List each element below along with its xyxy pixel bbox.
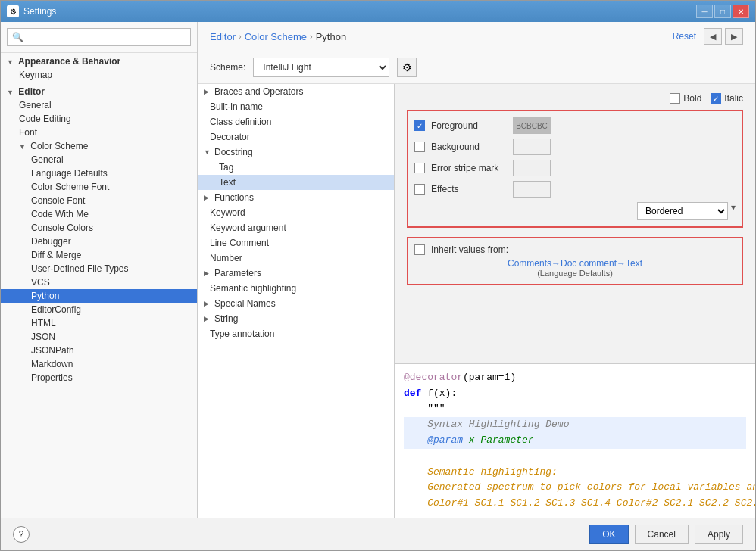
sidebar-item-language-defaults[interactable]: Language Defaults <box>1 167 197 180</box>
sidebar-item-cs-general[interactable]: General <box>1 153 197 167</box>
apply-button[interactable]: Apply <box>695 525 743 544</box>
minimize-button[interactable]: ─ <box>696 5 713 18</box>
sidebar-item-vcs[interactable]: VCS <box>1 276 197 289</box>
bold-label: Bold <box>683 93 701 104</box>
token-number[interactable]: Number <box>198 251 394 266</box>
sidebar-item-console-colors[interactable]: Console Colors <box>1 221 197 235</box>
preview-area: @decorator(param=1) def f(x): """ Syntax… <box>395 363 755 518</box>
close-button[interactable]: ✕ <box>733 5 749 18</box>
sidebar-item-code-with-me[interactable]: Code With Me <box>1 207 197 221</box>
sidebar-item-debugger[interactable]: Debugger <box>1 235 197 248</box>
scheme-gear-button[interactable]: ⚙ <box>397 58 417 77</box>
props-and-preview: Bold ✓ Italic ✓ Foreg <box>395 84 755 518</box>
sidebar-item-user-defined[interactable]: User-Defined File Types <box>1 262 197 276</box>
error-stripe-label: Error stripe mark <box>431 163 507 173</box>
token-group-parameters[interactable]: ▶ Parameters <box>198 266 394 281</box>
token-line-comment[interactable]: Line Comment <box>198 235 394 251</box>
sidebar-item-font[interactable]: Font <box>1 126 197 139</box>
breadcrumb-sep2: › <box>310 32 313 41</box>
sidebar-item-color-scheme[interactable]: ▼ Color Scheme <box>1 139 197 153</box>
foreground-label: Foreground <box>431 120 507 131</box>
breadcrumb: Editor › Color Scheme › Python Reset ◀ ▶ <box>198 22 755 51</box>
footer: ? OK Cancel Apply <box>1 518 755 550</box>
maximize-button[interactable]: □ <box>714 5 731 18</box>
token-class-def[interactable]: Class definition <box>198 114 394 129</box>
effects-label: Effects <box>431 184 507 195</box>
expand-icon: ▶ <box>204 194 213 201</box>
sidebar-item-html[interactable]: HTML <box>1 316 197 330</box>
error-stripe-row: Error stripe mark <box>414 160 736 176</box>
breadcrumb-color-scheme[interactable]: Color Scheme <box>245 31 307 42</box>
token-tag[interactable]: Tag <box>198 160 394 175</box>
sidebar-item-editorconfig[interactable]: EditorConfig <box>1 303 197 316</box>
background-color-swatch[interactable] <box>513 139 551 155</box>
scheme-select[interactable]: IntelliJ Light Darcula High contrast Cla… <box>253 58 389 77</box>
back-button[interactable]: ◀ <box>704 28 722 45</box>
effects-checkbox[interactable] <box>414 184 425 195</box>
code-annotation: @param <box>404 434 463 446</box>
token-group-docstring[interactable]: ▼ Docstring <box>198 145 394 160</box>
token-group-special-names[interactable]: ▶ Special Names <box>198 296 394 311</box>
breadcrumb-sep1: › <box>239 32 242 41</box>
reset-button[interactable]: Reset <box>668 30 701 43</box>
token-group-string[interactable]: ▶ String <box>198 311 394 326</box>
code-line-7: Semantic highlighting: <box>404 465 746 481</box>
error-stripe-checkbox[interactable] <box>414 163 425 173</box>
italic-option: ✓ Italic <box>711 93 743 104</box>
token-builtin[interactable]: Built-in name <box>198 99 394 114</box>
sidebar-item-appearance[interactable]: ▼ Appearance & Behavior <box>1 54 197 68</box>
italic-checkbox[interactable]: ✓ <box>711 93 721 104</box>
effects-color-swatch[interactable] <box>513 181 551 198</box>
token-group-braces[interactable]: ▶ Braces and Operators <box>198 84 394 99</box>
sidebar-item-color-scheme-font[interactable]: Color Scheme Font <box>1 180 197 194</box>
code-line-5: @param x Parameter <box>404 433 746 449</box>
token-keyword[interactable]: Keyword <box>198 205 394 220</box>
breadcrumb-editor[interactable]: Editor <box>210 31 236 42</box>
bold-option: Bold <box>670 93 701 104</box>
sidebar-item-code-editing[interactable]: Code Editing <box>1 112 197 126</box>
token-keyword-arg[interactable]: Keyword argument <box>198 220 394 235</box>
sidebar-item-general[interactable]: General <box>1 98 197 112</box>
code-line-8: Generated spectrum to pick colors for lo… <box>404 480 746 496</box>
code-line-3: """ <box>404 401 746 417</box>
cancel-button[interactable]: Cancel <box>635 525 689 544</box>
sidebar-item-editor[interactable]: ▼ Editor <box>1 85 197 98</box>
background-row: Background <box>414 139 736 155</box>
bold-checkbox[interactable] <box>670 93 680 104</box>
token-text[interactable]: Text <box>198 175 394 190</box>
help-button[interactable]: ? <box>13 526 30 543</box>
scheme-row: Scheme: IntelliJ Light Darcula High cont… <box>198 51 755 84</box>
forward-button[interactable]: ▶ <box>725 28 743 45</box>
token-decorator[interactable]: Decorator <box>198 129 394 145</box>
sidebar-item-jsonpath[interactable]: JSONPath <box>1 344 197 357</box>
ok-button[interactable]: OK <box>589 525 628 544</box>
title-bar: ⚙ Settings ─ □ ✕ <box>1 1 755 22</box>
error-stripe-color-swatch[interactable] <box>513 160 551 176</box>
token-type-annotation[interactable]: Type annotation <box>198 326 394 341</box>
sidebar-item-console-font[interactable]: Console Font <box>1 194 197 207</box>
inherit-checkbox[interactable] <box>414 244 425 255</box>
main-content: ▼ Appearance & Behavior Keymap ▼ Editor … <box>1 22 755 518</box>
expand-icon: ▶ <box>204 300 213 307</box>
background-checkbox[interactable] <box>414 142 425 152</box>
effects-type-select[interactable]: Bordered Underline Wave underline Strike… <box>637 202 728 220</box>
search-input[interactable] <box>7 28 191 46</box>
token-group-functions[interactable]: ▶ Functions <box>198 190 394 205</box>
sidebar-item-keymap[interactable]: Keymap <box>1 68 197 82</box>
sidebar-item-properties[interactable]: Properties <box>1 371 197 384</box>
sidebar-item-diff-merge[interactable]: Diff & Merge <box>1 248 197 262</box>
code-decorator: @decorator <box>404 372 463 383</box>
sidebar-item-markdown[interactable]: Markdown <box>1 357 197 371</box>
effects-row: Effects <box>414 181 736 198</box>
expand-icon: ▶ <box>204 269 213 277</box>
sidebar-item-json[interactable]: JSON <box>1 330 197 344</box>
inherit-row: Inherit values from: <box>414 244 736 255</box>
code-keyword: def <box>404 388 421 399</box>
foreground-color-swatch[interactable]: BCBCBC <box>513 117 551 134</box>
token-semantic[interactable]: Semantic highlighting <box>198 281 394 296</box>
right-panel: Editor › Color Scheme › Python Reset ◀ ▶… <box>198 22 755 518</box>
inherit-link[interactable]: Comments→Doc comment→Text <box>414 258 736 269</box>
sidebar-item-python[interactable]: Python <box>1 289 197 303</box>
foreground-checkbox[interactable]: ✓ <box>414 120 425 131</box>
search-box <box>1 22 197 53</box>
